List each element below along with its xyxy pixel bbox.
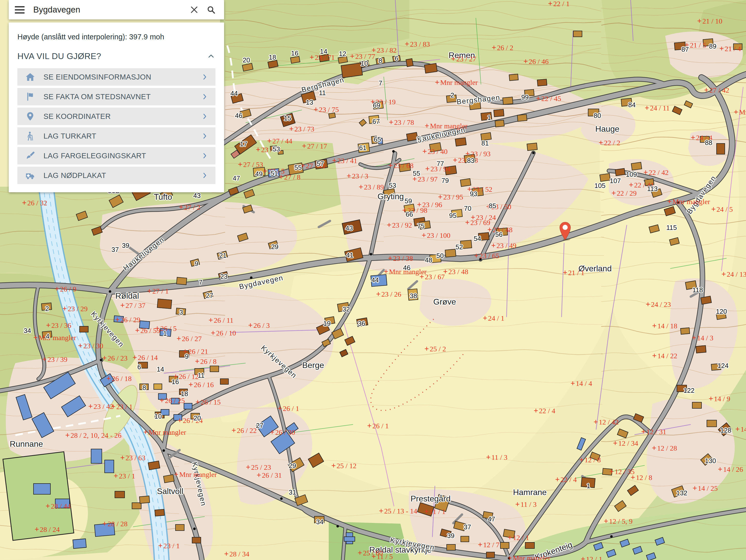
map-stage[interactable]: RemenHaugeTuftoGrytingRøldalGrøveØverlan… <box>0 0 746 560</box>
elevation-text: Høyde (anslått ved interpolering): 397.9… <box>18 33 216 41</box>
chevron-right-icon <box>201 172 209 179</box>
hiker-icon <box>25 131 36 141</box>
search-icon[interactable] <box>207 5 216 14</box>
brush-icon <box>25 151 36 161</box>
action-label: SE KOORDINATER <box>44 112 111 121</box>
close-icon[interactable] <box>190 5 199 14</box>
search-input[interactable] <box>33 5 190 15</box>
action-lag-fargeleggingskart[interactable]: LAG FARGELEGGINGSKART <box>18 147 216 165</box>
action-se-eiendomsinformasjon[interactable]: SE EIENDOMSINFORMASJON <box>18 68 216 86</box>
map-marker-pin[interactable] <box>558 220 573 241</box>
ambulance-icon <box>25 170 36 180</box>
pin-icon <box>25 111 36 121</box>
action-lag-turkart[interactable]: LAG TURKART <box>18 127 216 145</box>
chevron-right-icon <box>201 93 209 100</box>
chevron-right-icon <box>201 113 209 120</box>
search-bar <box>9 0 224 20</box>
chevron-right-icon <box>201 132 209 140</box>
action-label: SE EIENDOMSINFORMASJON <box>44 73 151 81</box>
actions-list: SE EIENDOMSINFORMASJON SE FAKTA OM STEDS… <box>18 68 216 184</box>
action-label: LAG FARGELEGGINGSKART <box>44 152 146 160</box>
info-panel: Høyde (anslått ved interpolering): 397.9… <box>9 23 224 192</box>
chevron-right-icon <box>201 152 209 159</box>
action-label: LAG NØDPLAKAT <box>44 171 106 180</box>
panel-heading: HVA VIL DU GJØRE? <box>18 51 101 61</box>
home-icon <box>25 72 36 82</box>
action-label: LAG TURKART <box>44 132 96 140</box>
flag-icon <box>25 92 36 102</box>
chevron-up-icon[interactable] <box>207 52 216 61</box>
chevron-right-icon <box>201 73 209 81</box>
panel-heading-row: HVA VIL DU GJØRE? <box>18 51 216 61</box>
action-label: SE FAKTA OM STEDSNAVNET <box>44 93 151 101</box>
action-se-koordinater[interactable]: SE KOORDINATER <box>18 108 216 125</box>
menu-icon[interactable] <box>15 6 25 13</box>
action-se-fakta-om-stedsnavnet[interactable]: SE FAKTA OM STEDSNAVNET <box>18 88 216 105</box>
action-lag-n-dplakat[interactable]: LAG NØDPLAKAT <box>18 167 216 184</box>
